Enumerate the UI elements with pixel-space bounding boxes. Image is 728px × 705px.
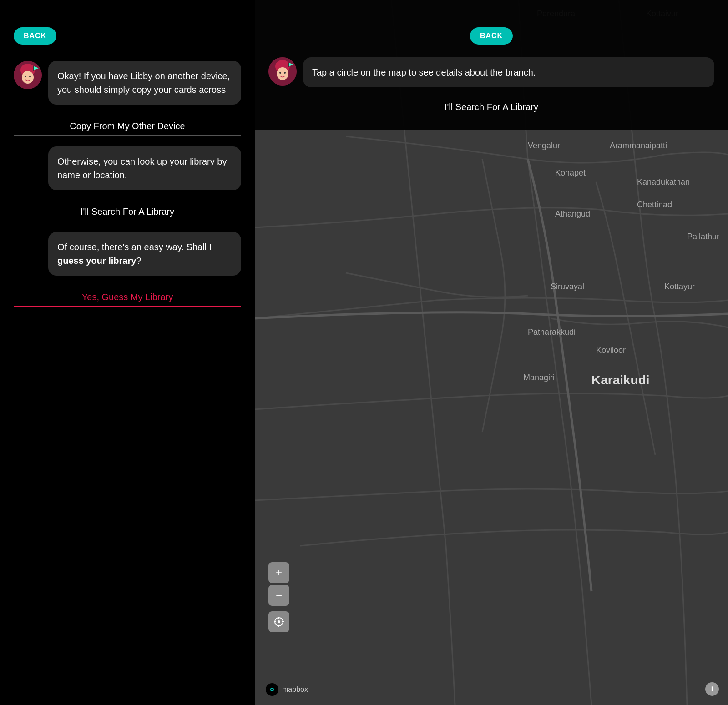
chat-bubble-3: Of course, there's an easy way. Shall I …	[48, 232, 241, 276]
map-label-athangudi: Athangudi	[555, 209, 592, 219]
chat-row-1: Okay! If you have Libby on another devic…	[14, 61, 241, 105]
svg-point-4	[29, 76, 31, 77]
back-button-left[interactable]: BACK	[14, 27, 56, 45]
map-label-siruvayal: Siruvayal	[551, 282, 584, 292]
map-label-kottayur: Kottayur	[664, 282, 695, 292]
svg-point-22	[271, 689, 273, 690]
chat-bubble-1: Okay! If you have Libby on another devic…	[48, 61, 241, 105]
map-label-kanadukathan: Kanadukathan	[637, 177, 690, 187]
chat-row-3: Of course, there's an easy way. Shall I …	[14, 232, 241, 276]
avatar-left	[14, 61, 42, 89]
svg-rect-5	[33, 66, 34, 71]
back-button-right[interactable]: BACK	[470, 27, 513, 45]
avatar-right	[268, 57, 297, 86]
svg-point-15	[278, 620, 280, 623]
map-label-koviloor: Koviloor	[596, 346, 626, 355]
overlay-chat-row: Tap a circle on the map to see details a…	[268, 57, 714, 87]
map-label-patharakkudi: Patharakkudi	[528, 327, 576, 337]
overlay-card: BACK Tap a circle on the map to see deta…	[255, 0, 728, 130]
map-label-pallathur: Pallathur	[687, 232, 719, 242]
msg3-bold: guess your library	[57, 256, 136, 266]
overlay-chat-bubble: Tap a circle on the map to see details a…	[303, 57, 714, 87]
zoom-in-button[interactable]: +	[268, 562, 289, 583]
svg-rect-12	[288, 63, 289, 67]
map-label-vengalur: Vengalur	[528, 141, 560, 151]
msg3-prefix: Of course, there's an easy way. Shall I	[57, 242, 212, 252]
info-button[interactable]: i	[705, 682, 719, 696]
map-label-konapet: Konapet	[555, 168, 586, 178]
map-label-karaikudi: Karaikudi	[592, 373, 650, 388]
mapbox-logo-icon	[268, 685, 276, 694]
map-label-arammanaipatti: Arammanaipatti	[610, 141, 667, 151]
chat-bubble-2: Otherwise, you can look up your library …	[48, 146, 241, 190]
svg-point-10	[279, 72, 281, 74]
location-icon	[274, 617, 284, 627]
right-panel: Perendurai Kottaivur Vengalur Arammanaip…	[255, 0, 728, 705]
mapbox-text: mapbox	[282, 685, 308, 694]
map-label-chettinad: Chettinad	[637, 200, 672, 210]
mapbox-logo	[266, 683, 278, 696]
search-library-link-right[interactable]: I'll Search For A Library	[268, 96, 714, 116]
map-label-managiri: Managiri	[523, 373, 555, 383]
svg-point-9	[277, 67, 288, 80]
copy-device-link[interactable]: Copy From My Other Device	[14, 116, 241, 136]
svg-point-2	[22, 71, 34, 84]
location-button[interactable]	[268, 611, 289, 632]
search-library-link-left[interactable]: I'll Search For A Library	[14, 201, 241, 221]
left-panel: BACK Okay! If you have Libby on another …	[0, 0, 255, 705]
mapbox-credit: mapbox	[266, 683, 308, 696]
guess-library-link[interactable]: Yes, Guess My Library	[14, 287, 241, 307]
zoom-out-button[interactable]: −	[268, 585, 289, 606]
chat-row-2: Otherwise, you can look up your library …	[14, 146, 241, 190]
map-controls: + −	[268, 562, 289, 632]
msg3-suffix: ?	[136, 256, 141, 266]
svg-point-3	[25, 76, 26, 77]
svg-point-11	[284, 72, 286, 74]
